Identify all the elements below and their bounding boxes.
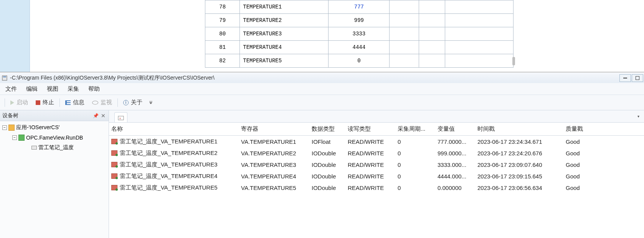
upper-table-wrap: 78TEMPERATURE177779TEMPERATURE299980TEMP…	[205, 0, 644, 72]
toolbar-separator	[59, 98, 60, 107]
cell-value[interactable]: 0	[329, 54, 390, 68]
cell-name: 雷工笔记_温度_VA_TEMPERATURE5	[109, 184, 239, 191]
app-folder-icon	[8, 125, 15, 131]
cell-name: TEMPERATURE5	[240, 54, 329, 68]
maximize-button[interactable]	[632, 74, 643, 82]
cell-timestamp: 2023-06-17 23:24:34.671	[475, 138, 563, 145]
grid-row[interactable]: 雷工笔记_温度_VA_TEMPERATURE4VA.TEMPERATURE4IO…	[109, 170, 644, 182]
start-button[interactable]: 启动	[7, 98, 31, 107]
cell-name: TEMPERATURE4	[240, 41, 329, 54]
col-register[interactable]: 寄存器	[239, 125, 309, 133]
cell-quality: Good	[563, 150, 590, 156]
cell-cycle: 0	[395, 173, 435, 180]
cell-empty	[445, 27, 513, 41]
stop-button[interactable]: 终止	[33, 98, 57, 107]
cell-name: 雷工笔记_温度_VA_TEMPERATURE4	[109, 173, 239, 180]
cell-empty	[390, 0, 419, 14]
cell-value[interactable]: 777	[329, 0, 390, 14]
toolbar-overflow-icon[interactable]	[149, 100, 153, 106]
upper-table-row[interactable]: 81TEMPERATURE44444	[205, 41, 514, 54]
cell-name: TEMPERATURE3	[240, 27, 329, 41]
stop-icon	[36, 100, 40, 105]
cell-empty	[419, 0, 445, 14]
pin-icon[interactable]: 📌	[93, 113, 99, 118]
cell-id: 81	[205, 41, 240, 54]
menubar: 文件 编辑 视图 采集 帮助	[0, 83, 644, 95]
window-controls	[619, 74, 644, 82]
cell-quality: Good	[563, 138, 590, 145]
col-name[interactable]: 名称	[109, 125, 239, 133]
tag-icon	[111, 162, 117, 167]
cell-empty	[419, 54, 445, 68]
cell-value: 4444.000...	[435, 173, 475, 180]
cell-name: TEMPERATURE2	[240, 14, 329, 27]
col-timestamp[interactable]: 时间戳	[475, 125, 563, 133]
menu-help[interactable]: 帮助	[88, 85, 100, 93]
opc-icon	[18, 135, 25, 141]
cell-name: 雷工笔记_温度_VA_TEMPERATURE1	[109, 138, 239, 145]
cell-empty	[419, 41, 445, 54]
tag-icon	[111, 173, 117, 179]
upper-table-row[interactable]: 82TEMPERATURE50	[205, 54, 514, 68]
tree-panel-title: 设备树	[2, 112, 18, 119]
upper-table-row[interactable]: 79TEMPERATURE2999	[205, 14, 514, 27]
collapse-icon[interactable]: −	[12, 135, 17, 140]
col-rwtype[interactable]: 读写类型	[345, 125, 395, 133]
play-icon	[10, 100, 14, 105]
cell-datatype: IODouble	[309, 150, 345, 156]
tree-node-app[interactable]: − 应用-'IOServerCS'	[1, 123, 108, 133]
close-icon[interactable]: ✕	[100, 113, 106, 119]
window-title: -C:\Program Files (x86)\KingIOServer3.8\…	[10, 75, 215, 82]
toolbar-separator	[5, 98, 5, 107]
grid-row[interactable]: 雷工笔记_温度_VA_TEMPERATURE2VA.TEMPERATURE2IO…	[109, 147, 644, 159]
col-quality[interactable]: 质量戳	[563, 125, 590, 133]
tree-node-device[interactable]: 雷工笔记_温度	[1, 143, 108, 153]
info-button[interactable]: 信息	[62, 98, 88, 107]
monitor-button[interactable]: 监视	[89, 98, 115, 107]
col-cycle[interactable]: 采集周期...	[395, 125, 435, 133]
tag-icon	[111, 139, 117, 144]
upper-scrollbar-thumb[interactable]	[512, 57, 515, 65]
cell-register: VA.TEMPERATURE2	[239, 150, 309, 156]
tree-node-opc[interactable]: − OPC.FameView.RunDB	[1, 133, 108, 143]
cell-rw: READ/WRITE	[345, 150, 395, 156]
menu-collect[interactable]: 采集	[68, 85, 79, 93]
upper-row-gutter	[0, 0, 30, 72]
upper-blank-area	[30, 0, 205, 72]
cell-value: 0.000000	[435, 185, 475, 191]
window-titlebar[interactable]: -C:\Program Files (x86)\KingIOServer3.8\…	[0, 72, 644, 83]
grid-row[interactable]: 雷工笔记_温度_VA_TEMPERATURE1VA.TEMPERATURE1IO…	[109, 136, 644, 147]
cell-cycle: 0	[395, 150, 435, 156]
tab-menu-icon[interactable]: ▾	[637, 114, 639, 118]
about-button[interactable]: i 关于	[120, 98, 145, 107]
cell-id: 82	[205, 54, 240, 68]
cell-value: 3333.000...	[435, 161, 475, 168]
upper-table: 78TEMPERATURE177779TEMPERATURE299980TEMP…	[205, 0, 514, 68]
cell-empty	[390, 14, 419, 27]
grid-row[interactable]: 雷工笔记_温度_VA_TEMPERATURE5VA.TEMPERATURE5IO…	[109, 182, 644, 193]
menu-view[interactable]: 视图	[47, 85, 58, 93]
cell-value[interactable]: 3333	[329, 27, 390, 41]
cell-datatype: IOFloat	[309, 138, 345, 145]
cell-datatype: IODouble	[309, 173, 345, 180]
monitor-label: 监视	[101, 99, 112, 106]
collapse-icon[interactable]: −	[2, 125, 7, 130]
minimize-button[interactable]	[619, 74, 631, 82]
tab-device[interactable]: x	[114, 112, 127, 122]
cell-name: 雷工笔记_温度_VA_TEMPERATURE2	[109, 150, 239, 157]
grid-row[interactable]: 雷工笔记_温度_VA_TEMPERATURE3VA.TEMPERATURE3IO…	[109, 159, 644, 170]
upper-table-row[interactable]: 80TEMPERATURE33333	[205, 27, 514, 41]
about-label: 关于	[131, 99, 142, 106]
col-value[interactable]: 变量值	[435, 125, 475, 133]
menu-file[interactable]: 文件	[5, 85, 17, 93]
cell-value[interactable]: 999	[329, 14, 390, 27]
cell-value: 999.0000...	[435, 150, 475, 156]
cell-quality: Good	[563, 161, 590, 168]
content-area: x ▾ 名称 寄存器 数据类型 读写类型 采集周期... 变量值 时间戳 质量戳…	[109, 110, 644, 238]
info-circle-icon: i	[123, 100, 129, 105]
cell-timestamp: 2023-06-17 23:09:07.640	[475, 161, 563, 168]
col-datatype[interactable]: 数据类型	[309, 125, 345, 133]
cell-value[interactable]: 4444	[329, 41, 390, 54]
menu-edit[interactable]: 编辑	[26, 85, 38, 93]
upper-table-row[interactable]: 78TEMPERATURE1777	[205, 0, 514, 14]
